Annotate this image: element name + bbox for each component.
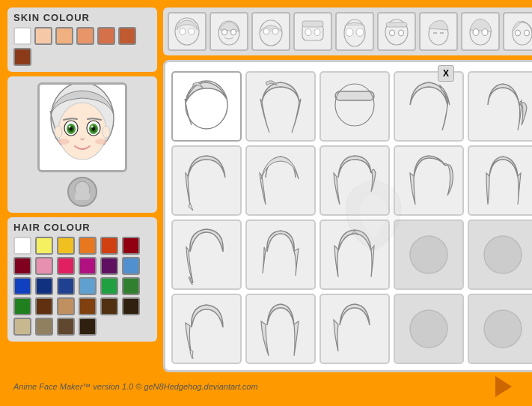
face-option-2[interactable] xyxy=(251,12,290,51)
hair-option-18[interactable] xyxy=(394,294,464,364)
hair-option-12[interactable] xyxy=(319,219,390,290)
face-option-0[interactable] xyxy=(168,12,207,51)
right-panel: X xyxy=(163,7,532,372)
hair-option-6[interactable] xyxy=(245,145,316,216)
svg-rect-35 xyxy=(386,22,407,27)
svg-point-45 xyxy=(516,30,521,36)
hair-swatch-5[interactable] xyxy=(122,237,140,255)
hair-swatch-6[interactable] xyxy=(13,257,31,275)
next-arrow-button[interactable] xyxy=(489,375,519,399)
hair-option-19[interactable] xyxy=(468,294,532,364)
face-option-6[interactable] xyxy=(419,12,458,51)
face-preview-area xyxy=(7,76,157,213)
hair-option-8[interactable] xyxy=(394,145,464,216)
face-option-7[interactable] xyxy=(461,12,500,51)
svg-point-25 xyxy=(263,28,269,34)
hair-indicator xyxy=(67,177,97,207)
skin-colour-swatches xyxy=(13,27,151,66)
hair-option-4[interactable] xyxy=(468,71,532,142)
hair-swatch-11[interactable] xyxy=(122,257,140,275)
svg-point-53 xyxy=(484,310,522,348)
close-button[interactable]: X xyxy=(438,65,454,82)
hair-option-1[interactable] xyxy=(245,71,316,142)
hair-swatch-18[interactable] xyxy=(13,297,31,315)
face-option-8[interactable] xyxy=(503,12,532,51)
skin-swatch-4[interactable] xyxy=(97,27,115,45)
arrow-right-icon xyxy=(495,376,512,397)
svg-point-6 xyxy=(69,125,71,127)
hair-option-14[interactable] xyxy=(468,219,532,290)
hair-option-7[interactable] xyxy=(319,145,390,216)
face-option-4[interactable] xyxy=(335,12,374,51)
svg-point-30 xyxy=(314,29,320,36)
hair-selector-area: X xyxy=(163,60,532,372)
svg-point-22 xyxy=(222,29,227,35)
face-option-3[interactable] xyxy=(293,12,332,51)
hair-swatch-15[interactable] xyxy=(79,277,97,295)
hair-swatch-12[interactable] xyxy=(13,277,31,295)
hair-indicator-svg xyxy=(71,181,94,203)
face-option-5[interactable] xyxy=(377,12,416,51)
svg-rect-17 xyxy=(75,193,90,200)
hair-swatch-27[interactable] xyxy=(79,318,97,336)
hair-option-2[interactable] xyxy=(319,71,390,142)
hair-option-16[interactable] xyxy=(245,294,316,364)
hair-swatch-7[interactable] xyxy=(35,257,53,275)
hair-swatch-24[interactable] xyxy=(13,318,31,336)
hair-option-15[interactable] xyxy=(171,294,242,364)
hair-swatch-3[interactable] xyxy=(79,237,97,255)
hair-option-9[interactable] xyxy=(468,145,532,216)
hair-swatch-4[interactable] xyxy=(100,237,118,255)
skin-swatch-3[interactable] xyxy=(76,27,94,45)
hair-swatch-22[interactable] xyxy=(100,297,118,315)
svg-point-29 xyxy=(305,29,311,36)
svg-point-12 xyxy=(58,139,70,145)
hair-swatch-20[interactable] xyxy=(57,297,75,315)
svg-point-14 xyxy=(55,126,62,138)
hair-option-0[interactable] xyxy=(171,71,242,142)
hair-swatch-21[interactable] xyxy=(79,297,97,315)
hair-option-5[interactable] xyxy=(171,145,242,216)
hair-swatch-1[interactable] xyxy=(35,237,53,255)
hair-swatch-25[interactable] xyxy=(35,318,53,336)
skin-swatch-0[interactable] xyxy=(13,27,31,45)
svg-rect-28 xyxy=(302,21,323,27)
svg-point-13 xyxy=(95,139,107,145)
face-preview xyxy=(37,82,127,172)
hair-swatch-8[interactable] xyxy=(57,257,75,275)
svg-point-20 xyxy=(189,28,195,35)
hair-option-11[interactable] xyxy=(245,219,316,290)
skin-swatch-2[interactable] xyxy=(55,27,73,45)
hair-option-17[interactable] xyxy=(319,294,390,364)
hair-swatch-2[interactable] xyxy=(57,237,75,255)
svg-point-46 xyxy=(525,30,530,36)
hair-swatch-14[interactable] xyxy=(57,277,75,295)
hair-swatch-16[interactable] xyxy=(100,277,118,295)
skin-swatch-6[interactable] xyxy=(13,48,31,66)
svg-point-19 xyxy=(180,28,186,35)
hair-swatch-9[interactable] xyxy=(79,257,97,275)
hair-swatch-13[interactable] xyxy=(35,277,53,295)
hair-colour-swatches xyxy=(13,237,151,336)
skin-swatch-1[interactable] xyxy=(34,27,52,45)
hair-swatch-10[interactable] xyxy=(100,257,118,275)
hair-swatch-19[interactable] xyxy=(35,297,53,315)
hair-colour-section: HAIR COLOUR xyxy=(7,217,157,342)
svg-point-42 xyxy=(473,29,479,36)
skin-swatch-5[interactable] xyxy=(118,27,136,45)
hair-swatch-17[interactable] xyxy=(122,277,140,295)
svg-point-36 xyxy=(390,30,395,36)
svg-point-49 xyxy=(335,84,374,126)
hair-option-13[interactable] xyxy=(394,219,464,290)
hair-swatch-23[interactable] xyxy=(122,297,140,315)
credit-text: Anime Face Maker™ version 1.0 © geN8Hedg… xyxy=(13,382,258,391)
svg-point-24 xyxy=(260,20,282,46)
left-panel: SKIN COLOUR xyxy=(7,7,157,372)
hair-swatch-0[interactable] xyxy=(13,237,31,255)
main-container: SKIN COLOUR xyxy=(0,0,532,406)
face-option-1[interactable] xyxy=(210,12,248,51)
skin-colour-label: SKIN COLOUR xyxy=(13,12,151,23)
hair-option-3[interactable] xyxy=(394,71,464,142)
hair-option-10[interactable] xyxy=(171,219,242,290)
hair-swatch-26[interactable] xyxy=(57,318,75,336)
